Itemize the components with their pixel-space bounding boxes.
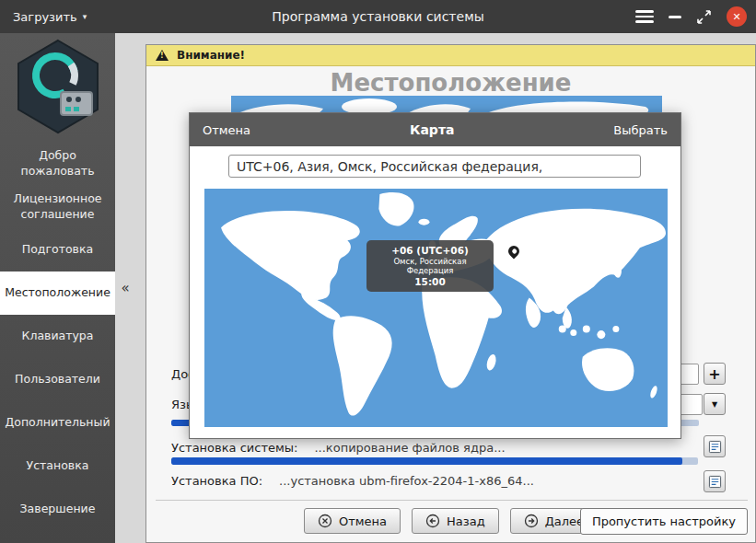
add-button[interactable]: + xyxy=(704,363,726,385)
minimize-icon[interactable] xyxy=(669,16,681,18)
sidebar-item-license[interactable]: Лицензионное соглашение xyxy=(0,185,115,228)
close-icon[interactable]: ✕ xyxy=(727,6,747,27)
progress-status: ...установка ubm-firefox-2204-1-x86_64..… xyxy=(279,474,534,488)
warning-banner: Внимание! xyxy=(146,45,755,66)
system-log-button[interactable] xyxy=(704,435,726,457)
sidebar-item-finish[interactable]: Завершение xyxy=(0,488,115,531)
timezone-tooltip: +06 (UTC+06) Омск, Российская Федерация … xyxy=(366,240,494,292)
dialog-select-button[interactable]: Выбрать xyxy=(613,123,668,137)
software-install-progressbar xyxy=(171,457,698,465)
progress-status: ...копирование файлов ядра... xyxy=(314,441,505,455)
cancel-button[interactable]: Отмена xyxy=(304,508,401,534)
timezone-search-input[interactable] xyxy=(228,155,641,178)
sidebar: Добро пожаловать Лицензионное соглашение… xyxy=(0,33,115,543)
next-arrow-icon xyxy=(524,514,539,528)
back-arrow-icon xyxy=(425,514,440,528)
skip-setup-button[interactable]: Пропустить настройку xyxy=(580,508,748,535)
installer-steps-nav: Добро пожаловать Лицензионное соглашение… xyxy=(0,142,115,531)
map-dialog-header: Отмена Карта Выбрать xyxy=(190,113,680,146)
sidebar-item-keyboard[interactable]: Клавиатура xyxy=(0,315,115,358)
sidebar-item-users[interactable]: Пользователи xyxy=(0,358,115,401)
progress-label: Установка ПО: xyxy=(171,474,262,488)
cancel-circle-icon xyxy=(318,514,332,528)
system-install-row: Установка системы:...копирование файлов … xyxy=(171,441,506,455)
sidebar-collapse-button[interactable]: « xyxy=(117,275,134,301)
window-title: Программа установки системы xyxy=(272,9,484,24)
maximize-icon[interactable] xyxy=(696,9,712,25)
warning-text: Внимание! xyxy=(177,49,245,62)
sidebar-item-install[interactable]: Установка xyxy=(0,445,115,488)
software-log-button[interactable] xyxy=(704,470,726,492)
sidebar-item-welcome[interactable]: Добро пожаловать xyxy=(0,142,115,185)
chevron-down-icon: ▾ xyxy=(83,12,87,21)
titlebar: Загрузить ▾ Программа установки системы … xyxy=(0,0,756,33)
tooltip-timezone: +06 (UTC+06) xyxy=(370,245,490,256)
world-map-graphic xyxy=(204,189,668,427)
tooltip-time: 15:00 xyxy=(370,276,490,287)
dialog-title: Карта xyxy=(410,122,454,137)
sidebar-item-preparation[interactable]: Подготовка xyxy=(0,228,115,272)
installer-window: Загрузить ▾ Программа установки системы … xyxy=(0,0,756,543)
page-title: Местоположение xyxy=(146,69,755,97)
world-map[interactable]: +06 (UTC+06) Омск, Российская Федерация … xyxy=(204,189,668,427)
dropdown-arrow-button[interactable]: ▼ xyxy=(704,393,726,415)
back-button[interactable]: Назад xyxy=(412,508,499,534)
sidebar-item-location[interactable]: Местоположение xyxy=(0,272,115,315)
progress-label: Установка системы: xyxy=(171,441,297,455)
log-icon xyxy=(708,440,722,454)
window-controls: ✕ xyxy=(635,0,747,33)
map-dialog: Отмена Карта Выбрать xyxy=(189,112,681,439)
load-button-label: Загрузить xyxy=(13,10,77,24)
tooltip-place: Омск, Российская Федерация xyxy=(370,257,490,275)
log-icon xyxy=(708,475,722,489)
progress-fill xyxy=(171,457,682,465)
footer-divider xyxy=(156,500,748,501)
load-button[interactable]: Загрузить ▾ xyxy=(0,0,99,33)
sidebar-item-additional[interactable]: Дополнительный xyxy=(0,401,115,445)
software-install-row: Установка ПО:...установка ubm-firefox-22… xyxy=(171,474,534,488)
warning-icon xyxy=(156,50,169,61)
menu-icon[interactable] xyxy=(635,10,654,23)
app-logo xyxy=(15,39,101,138)
dialog-cancel-button[interactable]: Отмена xyxy=(203,123,250,137)
